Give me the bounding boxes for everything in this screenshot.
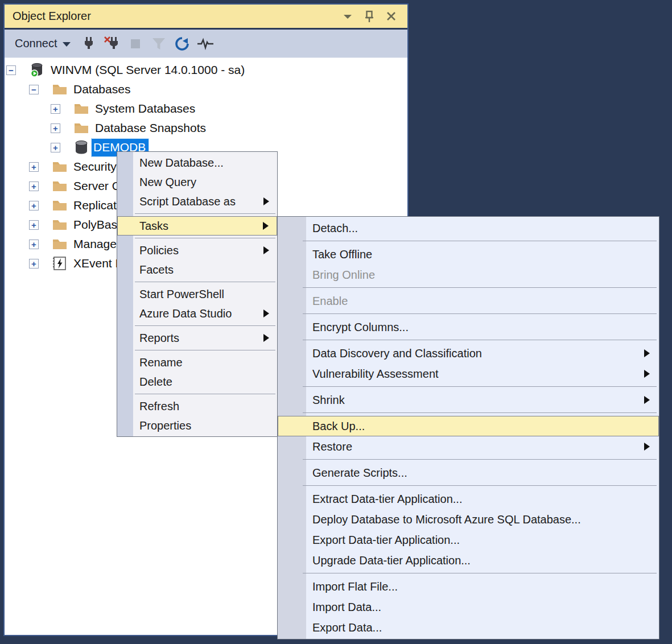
submenu-arrow-icon	[644, 370, 650, 378]
menu-item-label: Tasks	[139, 220, 168, 233]
panel-title: Object Explorer	[13, 10, 91, 23]
folder-icon	[52, 159, 68, 175]
menu-separator	[135, 394, 275, 394]
menu-separator	[303, 386, 657, 387]
expand-icon[interactable]	[29, 162, 39, 172]
tree-item-label[interactable]: System Databases	[93, 101, 197, 117]
menu-item-data-discovery-and-classification[interactable]: Data Discovery and Classification	[278, 343, 659, 364]
menu-item-shrink[interactable]: Shrink	[278, 390, 659, 410]
menu-item-label: Generate Scripts...	[312, 467, 407, 480]
menu-item-script-database-as[interactable]: Script Database as	[117, 192, 277, 211]
menu-separator	[303, 459, 657, 460]
stop-icon	[127, 34, 144, 53]
menu-item-new-query[interactable]: New Query	[117, 172, 277, 192]
menu-item-export-data[interactable]: Export Data...	[278, 617, 659, 638]
menu-item-label: Import Data...	[312, 601, 381, 614]
menu-item-enable: Enable	[278, 291, 659, 311]
tree-item-label[interactable]: WINVM (SQL Server 14.0.1000 - sa)	[49, 62, 246, 78]
collapse-icon[interactable]	[6, 65, 16, 75]
tree-item-system-databases[interactable]: System Databases	[5, 99, 407, 118]
panel-titlebar[interactable]: Object Explorer	[5, 5, 407, 30]
menu-item-policies[interactable]: Policies	[117, 241, 277, 260]
close-icon[interactable]	[384, 9, 398, 24]
connect-plug-icon[interactable]	[80, 34, 97, 53]
menu-item-label: Refresh	[139, 400, 179, 413]
menu-item-take-offline[interactable]: Take Offline	[278, 244, 659, 265]
tree-item-database-snapshots[interactable]: Database Snapshots	[5, 118, 407, 138]
database-icon	[73, 139, 89, 155]
menu-item-label: Properties	[139, 419, 191, 432]
menu-item-deploy-database-to-azure[interactable]: Deploy Database to Microsoft Azure SQL D…	[278, 509, 659, 530]
menu-separator	[303, 412, 657, 413]
menu-item-extract-data-tier-application[interactable]: Extract Data-tier Application...	[278, 489, 659, 509]
menu-item-vulnerability-assessment[interactable]: Vulnerability Assessment	[278, 364, 659, 384]
menu-item-export-data-tier-application[interactable]: Export Data-tier Application...	[278, 530, 659, 550]
tree-item-label[interactable]: Database Snapshots	[93, 120, 208, 136]
database-context-menu: New Database... New Query Script Databas…	[117, 151, 278, 437]
submenu-arrow-icon	[644, 349, 650, 357]
expand-icon[interactable]	[51, 123, 60, 133]
tree-item-label[interactable]: Databases	[72, 81, 132, 97]
menu-item-upgrade-data-tier-application[interactable]: Upgrade Data-tier Application...	[278, 550, 659, 571]
menu-item-facets[interactable]: Facets	[117, 260, 277, 279]
expand-icon[interactable]	[51, 104, 60, 114]
expand-icon[interactable]	[51, 143, 60, 152]
expand-icon[interactable]	[29, 259, 39, 269]
menu-separator	[303, 340, 657, 340]
window-position-caret-icon[interactable]	[340, 9, 355, 24]
tree-item-label[interactable]: Security	[72, 159, 118, 175]
menu-item-detach[interactable]: Detach...	[278, 218, 659, 238]
menu-item-back-up[interactable]: Back Up...	[278, 416, 659, 436]
menu-item-label: Detach...	[312, 222, 358, 235]
menu-item-rename[interactable]: Rename	[117, 353, 277, 372]
menu-separator	[303, 241, 657, 241]
menu-item-encrypt-columns[interactable]: Encrypt Columns...	[278, 317, 659, 337]
pin-icon[interactable]	[362, 9, 377, 24]
menu-item-refresh[interactable]: Refresh	[117, 397, 277, 416]
menu-item-import-flat-file[interactable]: Import Flat File...	[278, 576, 659, 597]
menu-item-label: Script Database as	[139, 195, 236, 208]
connect-label: Connect	[15, 37, 57, 50]
menu-item-import-data[interactable]: Import Data...	[278, 597, 659, 617]
folder-icon	[52, 178, 68, 194]
submenu-arrow-icon	[263, 334, 269, 342]
menu-item-reports[interactable]: Reports	[117, 328, 277, 348]
menu-item-label: Start PowerShell	[139, 288, 224, 301]
menu-separator	[303, 485, 657, 486]
menu-separator	[303, 573, 657, 573]
menu-item-start-powershell[interactable]: Start PowerShell	[117, 284, 277, 304]
activity-monitor-icon[interactable]	[197, 34, 214, 53]
submenu-arrow-icon	[644, 396, 650, 404]
menu-separator	[303, 287, 657, 288]
menu-item-label: Extract Data-tier Application...	[312, 493, 462, 506]
menu-item-properties[interactable]: Properties	[117, 416, 277, 435]
submenu-arrow-icon	[263, 222, 269, 230]
menu-item-generate-scripts[interactable]: Generate Scripts...	[278, 463, 659, 483]
folder-icon	[52, 236, 68, 252]
expand-icon[interactable]	[29, 240, 39, 249]
menu-item-delete[interactable]: Delete	[117, 372, 277, 391]
tree-item-databases[interactable]: Databases	[5, 80, 407, 99]
menu-item-label: Policies	[139, 244, 179, 257]
menu-item-label: Reports	[139, 332, 179, 345]
tree-item-server[interactable]: WINVM (SQL Server 14.0.1000 - sa)	[5, 60, 407, 80]
menu-item-label: Back Up...	[312, 420, 365, 433]
menu-item-tasks[interactable]: Tasks	[117, 216, 277, 236]
menu-item-label: Upgrade Data-tier Application...	[312, 554, 471, 567]
menu-item-bring-online: Bring Online	[278, 265, 659, 285]
submenu-arrow-icon	[263, 246, 269, 254]
connect-button[interactable]: Connect	[11, 35, 74, 52]
disconnect-plug-icon[interactable]	[104, 34, 121, 53]
menu-item-new-database[interactable]: New Database...	[117, 153, 277, 172]
expand-icon[interactable]	[29, 181, 39, 191]
menu-item-restore[interactable]: Restore	[278, 436, 659, 457]
folder-icon	[52, 81, 68, 97]
collapse-icon[interactable]	[29, 85, 39, 94]
expand-icon[interactable]	[29, 201, 39, 210]
refresh-icon[interactable]	[174, 34, 191, 53]
expand-icon[interactable]	[29, 220, 39, 230]
menu-item-label: Azure Data Studio	[139, 307, 232, 320]
menu-item-azure-data-studio[interactable]: Azure Data Studio	[117, 304, 277, 323]
menu-item-label: Deploy Database to Microsoft Azure SQL D…	[312, 513, 581, 526]
menu-item-label: Take Offline	[312, 248, 372, 261]
